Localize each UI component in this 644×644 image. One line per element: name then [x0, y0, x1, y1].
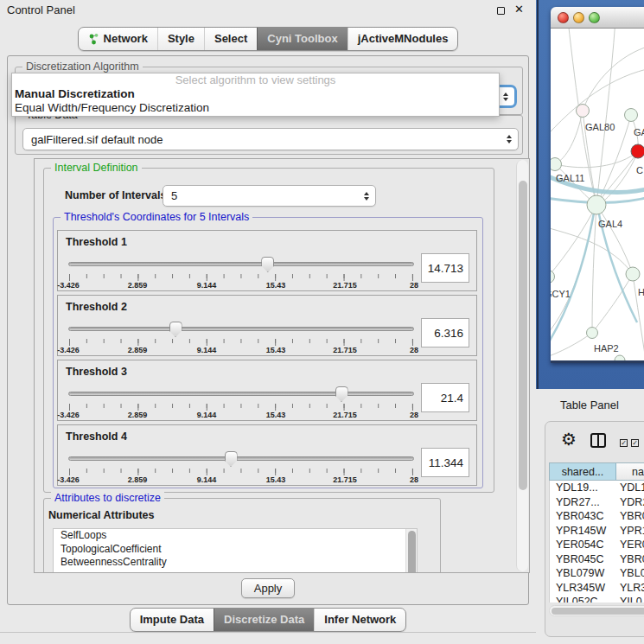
cell-name[interactable]: YDR2: [616, 495, 644, 510]
cell-shared-name[interactable]: YLR345W: [550, 581, 616, 596]
cell-shared-name[interactable]: YPR145W: [550, 524, 616, 539]
threshold-3-slider[interactable]: -3.4262.8599.14415.4321.71528: [68, 386, 414, 419]
table-data-select[interactable]: galFiltered.sif default node: [22, 128, 519, 150]
right-region: GAL80 GA GAL11 C GAL4 GCY1 H HAP2 Table …: [536, 0, 644, 644]
cell-name[interactable]: YDL1: [616, 481, 644, 495]
threshold-4-slider[interactable]: -3.4262.8599.14415.4321.71528: [68, 451, 414, 484]
list-item[interactable]: SelfLoops: [54, 529, 417, 543]
table-row[interactable]: YBR045CYBR0: [550, 552, 644, 567]
tab-infer-network[interactable]: Infer Network: [314, 609, 405, 631]
window-titlebar[interactable]: [551, 7, 644, 29]
tick-label: -3.426: [57, 475, 80, 484]
float-window-icon[interactable]: [497, 7, 505, 15]
network-node[interactable]: [577, 105, 590, 118]
slider-track[interactable]: [68, 456, 414, 461]
cell-name[interactable]: YBL0: [616, 566, 644, 581]
threshold-label: Threshold 2: [66, 301, 127, 313]
network-canvas[interactable]: GAL80 GA GAL11 C GAL4 GCY1 H HAP2: [551, 29, 644, 360]
list-item[interactable]: TopologicalCoefficient: [54, 543, 417, 557]
tab-impute-data[interactable]: Impute Data: [131, 609, 214, 631]
cell-shared-name[interactable]: YIL052C: [550, 595, 616, 603]
list-item[interactable]: BetweennessCentrality: [54, 556, 417, 570]
cell-name[interactable]: YPR1: [616, 524, 644, 539]
cell-name[interactable]: YBR0: [616, 552, 644, 567]
dropdown-option-equal-width[interactable]: Equal Width/Frequency Discretization: [12, 101, 499, 115]
cell-shared-name[interactable]: YDL19...: [550, 481, 616, 495]
network-node[interactable]: [587, 328, 598, 339]
table-row[interactable]: YBR043CYBR0: [550, 509, 644, 524]
network-node[interactable]: [551, 158, 562, 171]
table-row[interactable]: YIL052CYIL0: [550, 595, 644, 603]
tab-jactivemnodules[interactable]: jActiveMNodules: [348, 28, 458, 50]
list-scrollbar[interactable]: [405, 529, 417, 573]
table-horizontal-scrollbar[interactable]: [549, 605, 644, 616]
slider-track[interactable]: [68, 327, 414, 331]
network-node[interactable]: [625, 109, 638, 122]
threshold-2-slider[interactable]: -3.4262.8599.14415.4321.71528: [68, 322, 414, 354]
cell-shared-name[interactable]: YBL079W: [550, 566, 616, 581]
table-row[interactable]: YDL19...YDL1: [550, 481, 644, 495]
apply-button[interactable]: Apply: [241, 578, 295, 598]
list-scrollbar-thumb[interactable]: [408, 531, 416, 573]
node-label: HAP2: [594, 343, 619, 354]
cell-name[interactable]: YIL0: [616, 595, 644, 603]
cell-shared-name[interactable]: YBR045C: [550, 552, 616, 567]
slider-thumb[interactable]: [261, 257, 274, 272]
slider-tick-labels: -3.4262.8599.14415.4321.71528: [68, 411, 414, 420]
cell-name[interactable]: YER0: [616, 538, 644, 552]
tab-select[interactable]: Select: [204, 28, 257, 50]
slider-track[interactable]: [68, 262, 414, 266]
cell-shared-name[interactable]: YBR043C: [550, 509, 616, 524]
network-node-selected[interactable]: [631, 144, 644, 158]
checkbox-icon[interactable]: ✓: [631, 439, 639, 447]
slider-track[interactable]: [68, 392, 414, 396]
gear-icon[interactable]: ⚙: [561, 429, 577, 450]
node-label: H: [638, 287, 644, 297]
threshold-2-value[interactable]: 6.316: [421, 318, 469, 348]
column-header-name[interactable]: na: [616, 463, 644, 480]
numerical-attributes-list[interactable]: SelfLoopsTopologicalCoefficientBetweenne…: [53, 528, 418, 573]
table-row[interactable]: YPR145WYPR1: [550, 524, 644, 539]
tab-cyni-toolbox[interactable]: Cyni Toolbox: [257, 28, 347, 50]
tab-discretize-data[interactable]: Discretize Data: [214, 609, 314, 631]
close-icon[interactable]: ✕: [514, 3, 524, 16]
threshold-1-slider[interactable]: -3.4262.8599.14415.4321.71528: [68, 257, 414, 290]
control-panel: Control Panel ✕ Network Style Select Cyn…: [0, 0, 536, 644]
close-traffic-light-icon[interactable]: [558, 12, 569, 23]
network-node[interactable]: [587, 195, 606, 214]
slider-tick-labels: -3.4262.8599.14415.4321.71528: [68, 281, 414, 290]
tick-label: 9.144: [197, 281, 217, 290]
threshold-3-value[interactable]: 21.4: [421, 383, 469, 412]
slider-thumb[interactable]: [335, 386, 348, 402]
network-node[interactable]: [551, 271, 555, 284]
threshold-1-value[interactable]: 14.713: [421, 253, 469, 283]
group-title: Discretization Algorithm: [22, 61, 143, 73]
table-row[interactable]: YER054CYER0: [550, 538, 644, 552]
threshold-4-value[interactable]: 11.344: [421, 448, 469, 477]
table-row[interactable]: YDR27...YDR2: [550, 495, 644, 510]
network-node[interactable]: [626, 267, 640, 281]
slider-tick-labels: -3.4262.8599.14415.4321.71528: [68, 346, 414, 355]
column-header-shared[interactable]: shared...: [550, 463, 616, 480]
settings-vertical-scrollbar[interactable]: [516, 160, 528, 571]
zoom-traffic-light-icon[interactable]: [589, 12, 600, 23]
table-row[interactable]: YBL079WYBL0: [550, 566, 644, 581]
minimize-traffic-light-icon[interactable]: [573, 12, 584, 23]
cell-shared-name[interactable]: YER054C: [550, 538, 616, 552]
table-row[interactable]: YLR345WYLR3: [550, 581, 644, 596]
dropdown-option-manual[interactable]: Manual Discretization: [12, 87, 499, 101]
checkbox-icon[interactable]: ✓: [620, 439, 628, 447]
tick-label: 2.859: [128, 411, 148, 419]
cell-shared-name[interactable]: YDR27...: [550, 495, 616, 510]
num-intervals-value: 5: [171, 189, 177, 202]
slider-thumb[interactable]: [225, 451, 238, 467]
scrollbar-thumb[interactable]: [552, 608, 644, 615]
columns-icon[interactable]: [590, 433, 606, 448]
tab-network[interactable]: Network: [79, 28, 157, 50]
num-intervals-select[interactable]: 5: [163, 185, 376, 207]
tab-style[interactable]: Style: [157, 28, 204, 50]
cell-name[interactable]: YBR0: [616, 509, 644, 524]
slider-thumb[interactable]: [169, 322, 182, 337]
scrollbar-thumb[interactable]: [519, 181, 527, 490]
cell-name[interactable]: YLR3: [616, 581, 644, 596]
